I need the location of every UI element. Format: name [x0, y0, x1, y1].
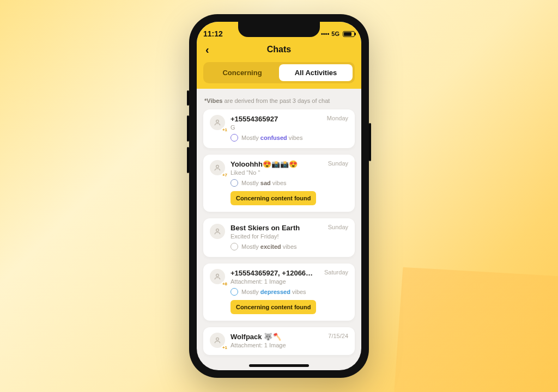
vibes-disclaimer: *Vibes are derived from the past 3 days …	[204, 97, 354, 104]
chat-list[interactable]: *Vibes are derived from the past 3 days …	[197, 89, 361, 370]
avatar: +1	[210, 115, 225, 130]
chat-day: Saturday	[324, 269, 348, 275]
chat-subtitle: Liked "No "	[231, 169, 319, 176]
home-indicator	[249, 364, 309, 367]
concerning-badge: Concerning content found	[231, 191, 316, 205]
page-title: Chats	[267, 45, 291, 54]
svg-point-2	[216, 229, 219, 231]
chat-subtitle: G	[231, 124, 318, 131]
avatar-badge: +7	[221, 173, 228, 177]
mood-icon	[231, 134, 238, 142]
notch	[238, 22, 320, 37]
mood-icon	[231, 179, 238, 187]
chat-day: Sunday	[328, 160, 348, 167]
chat-card[interactable]: +1 Wolfpack 🐺🪓 Attachment: 1 Image 7/15/…	[203, 327, 355, 355]
mood-icon	[231, 243, 238, 250]
screen: 11:12 •••• 5G ‹ Chats Concerning All Act…	[197, 22, 361, 370]
chat-card[interactable]: +7 Yoloohhh😍📸📸😍 Liked "No " Sunday Mostl…	[203, 155, 355, 212]
svg-point-4	[216, 338, 219, 340]
chat-card[interactable]: Best Skiers on Earth Excited for Friday!…	[203, 218, 355, 257]
vibes-line: Mostly confused vibes	[231, 134, 348, 142]
phone-frame: 11:12 •••• 5G ‹ Chats Concerning All Act…	[189, 14, 369, 378]
chat-title: Yoloohhh😍📸📸😍	[231, 160, 319, 168]
vibes-line: Mostly sad vibes	[231, 179, 348, 187]
avatar: +8	[210, 269, 225, 284]
avatar-badge: +1	[221, 345, 228, 350]
tab-concerning[interactable]: Concerning	[205, 64, 279, 81]
svg-point-1	[216, 165, 219, 168]
battery-icon	[343, 31, 355, 37]
chat-title: +15554365927, +120662…	[231, 269, 316, 277]
chat-card[interactable]: +8 +15554365927, +120662… Attachment: 1 …	[203, 264, 355, 321]
status-time: 11:12	[203, 29, 223, 38]
chat-title: +15554365927	[231, 115, 318, 123]
vibes-line: Mostly excited vibes	[231, 243, 348, 250]
tab-all-activities[interactable]: All Activities	[279, 64, 353, 81]
svg-point-3	[216, 274, 219, 277]
avatar: +1	[210, 333, 225, 348]
chat-day: 7/15/24	[328, 333, 348, 339]
chat-subtitle: Attachment: 1 Image	[231, 342, 319, 348]
mood-icon	[231, 288, 238, 296]
network-label: 5G	[331, 30, 339, 37]
signal-icon: ••••	[321, 30, 329, 37]
avatar	[210, 224, 225, 239]
tab-segment: Concerning All Activities	[203, 62, 355, 83]
vibes-line: Mostly depressed vibes	[231, 288, 348, 296]
avatar-badge: +8	[221, 281, 228, 286]
chat-day: Sunday	[328, 224, 348, 230]
chat-subtitle: Excited for Friday!	[231, 233, 319, 240]
svg-point-0	[216, 120, 219, 122]
back-button[interactable]: ‹	[203, 44, 211, 56]
avatar-badge: +1	[221, 127, 228, 132]
avatar: +7	[210, 160, 225, 175]
chat-card[interactable]: +1 +15554365927 G Monday Mostly confused…	[203, 109, 355, 148]
concerning-badge: Concerning content found	[231, 300, 316, 314]
chat-subtitle: Attachment: 1 Image	[231, 278, 316, 285]
chat-title: Wolfpack 🐺🪓	[231, 333, 319, 341]
chat-title: Best Skiers on Earth	[231, 224, 319, 232]
status-right: •••• 5G	[321, 30, 355, 37]
chat-day: Monday	[327, 115, 348, 121]
